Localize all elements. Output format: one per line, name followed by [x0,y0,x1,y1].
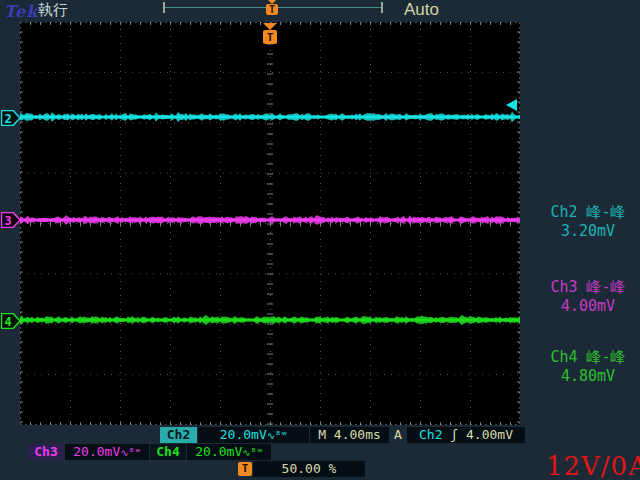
ch4-coupling-icon: ∿ᴮʷ [242,447,262,458]
ch4-channel-readout-label: Ch4 [150,444,186,460]
supply-condition-overlay: 12V/0A [546,451,640,480]
ch3-scale-value: 20.0mV [73,444,120,459]
channel-4-badge: 4 [1,313,21,329]
trigger-mode-letter: A [391,427,405,443]
channel-4-badge-label: 4 [4,315,11,329]
trigger-position-t-icon: T [238,462,252,476]
trigger-level-value: 4.00mV [466,427,513,442]
trigger-mode-readout: Auto [404,0,439,20]
tek-logo: Tek [4,2,38,21]
ch2-scale-value: 20.0mV [220,427,267,442]
record-trigger-position-marker: T [265,0,279,16]
measurement-ch3-title: Ch3 峰-峰 [527,278,640,297]
ch3-channel-readout-label: Ch3 [28,444,64,460]
trigger-level-arrow-icon [506,99,517,111]
trigger-readout: Ch2 ʃ 4.00mV [407,427,525,443]
ch2-coupling-icon: ∿ᴮʷ [267,430,287,441]
trigger-source: Ch2 [419,427,442,442]
channel-3-badge-label: 3 [4,214,11,228]
measurement-ch2-value: 3.20mV [527,222,640,241]
ch4-scale-value: 20.0mV [195,444,242,459]
ch4-scale-readout: 20.0mV∿ᴮʷ [187,444,271,460]
channel-3-badge: 3 [1,212,21,228]
measurement-ch2-title: Ch2 峰-峰 [527,203,640,222]
trigger-slope-icon: ʃ [450,427,458,442]
ch3-coupling-icon: ∿ᴮʷ [120,447,140,458]
measurement-ch3-value: 4.00mV [527,297,640,316]
ch3-scale-readout: 20.0mV∿ᴮʷ [65,444,149,460]
trigger-t-icon: T [267,31,274,44]
trigger-position-marker: T [263,23,277,44]
channel-2-badge-label: 2 [4,112,11,126]
timebase-readout: M 4.00ms [310,427,389,443]
channel-2-badge: 2 [1,110,21,126]
measurement-ch4-title: Ch4 峰-峰 [527,348,640,367]
measurement-ch4-pkpk: Ch4 峰-峰 4.80mV [527,348,640,386]
ch2-channel-readout-label: Ch2 [160,427,197,443]
measurement-ch3-pkpk: Ch3 峰-峰 4.00mV [527,278,640,316]
acquisition-run-status: 執行 [38,1,68,20]
ch2-scale-readout: 20.0mV∿ᴮʷ [198,427,309,443]
measurement-ch4-value: 4.80mV [527,367,640,386]
measurement-ch2-pkpk: Ch2 峰-峰 3.20mV [527,203,640,241]
trigger-position-readout: 50.00 % [253,461,365,477]
graticule: T [20,22,520,425]
trigger-t-icon: T [266,4,278,15]
